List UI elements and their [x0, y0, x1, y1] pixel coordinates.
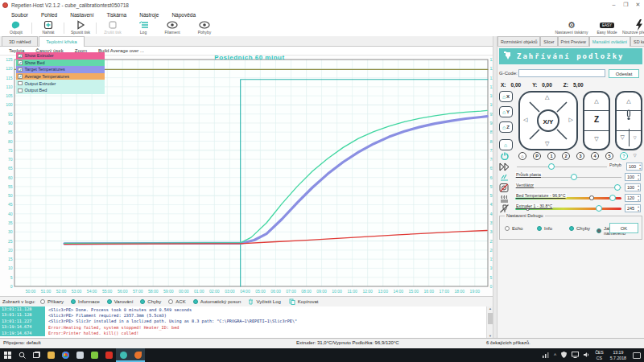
search-button[interactable]	[14, 348, 29, 362]
legend-item[interactable]: ✓Average Temperatures	[16, 73, 105, 80]
close-button[interactable]: ✕	[632, 2, 644, 8]
preset-button-motor[interactable]: ⌂	[518, 152, 526, 160]
toolbar-nahrát-button[interactable]: Nahrát	[34, 20, 63, 36]
notification-center-icon[interactable]	[633, 352, 641, 359]
home-y-button[interactable]: ⌂Y	[499, 106, 513, 117]
clear-log-button[interactable]: Vyčistit Log	[248, 298, 280, 305]
retract-icon[interactable]: △	[617, 93, 641, 109]
log-filter-příkazy[interactable]: Příkazy	[40, 299, 64, 304]
slider-label[interactable]: Bed Temperature - 96,9°C	[515, 193, 567, 198]
taskbar-item-calculator[interactable]	[72, 348, 87, 362]
slider-track[interactable]	[515, 187, 621, 188]
send-gcode-button[interactable]: Odeslat	[609, 69, 639, 78]
tab-slicer[interactable]: Slicer	[540, 36, 557, 46]
debug-ok-button[interactable]: OK	[609, 223, 638, 233]
menu-nastavení[interactable]: Nastavení	[64, 12, 100, 18]
taskbar-item-pdf[interactable]	[101, 348, 116, 362]
preset-button-5[interactable]: 5	[605, 152, 613, 160]
z-down-icon[interactable]: ▽	[584, 130, 609, 148]
slider-value[interactable]: 120▴▾	[625, 194, 641, 202]
clock[interactable]: 13:195.7.2018	[610, 350, 626, 360]
jog-y-minus-icon[interactable]: ▽	[545, 141, 549, 147]
preset-button-1[interactable]: 1	[547, 152, 555, 160]
tab-3d-náhled[interactable]: 3D náhled	[2, 36, 38, 46]
log-filter-automatický-posun[interactable]: Automatický posun	[193, 299, 242, 304]
legend-checkbox[interactable]: ✓	[18, 60, 23, 65]
legend-checkbox[interactable]: ✓	[18, 74, 23, 79]
legend-item[interactable]: ✓Target Temperatures	[16, 66, 105, 73]
taskbar-item-explorer[interactable]	[43, 348, 58, 362]
legend-checkbox[interactable]: ✓	[18, 54, 23, 59]
legend-item[interactable]: ✓Show Extruder	[16, 52, 105, 60]
slider-label[interactable]: Ventilátor	[515, 183, 535, 187]
toolbar-log-button[interactable]: Log	[129, 20, 158, 36]
tab-print-preview[interactable]: Print Preview	[558, 36, 589, 46]
log-scrollbar[interactable]: ▲ ▼	[486, 306, 493, 338]
legend-checkbox[interactable]	[18, 81, 23, 86]
slider-value[interactable]: 100▴▾	[625, 183, 641, 191]
legend-checkbox[interactable]: ✓	[18, 68, 23, 72]
slider-value[interactable]: 245▴▾	[625, 204, 641, 212]
taskbar-item-chrome[interactable]	[58, 348, 72, 362]
menu-nápověda[interactable]: Nápověda	[165, 12, 202, 18]
z-up-icon[interactable]: △	[584, 93, 609, 109]
menu-pohled[interactable]: Pohled	[35, 12, 64, 18]
log-filter-ack[interactable]: ACK	[168, 299, 185, 304]
toolbar-gear-button[interactable]: ⚙Nastavení tiskárny	[554, 20, 589, 36]
home-z-button[interactable]: ⌂Z	[499, 121, 513, 133]
task-view-button[interactable]	[29, 348, 43, 362]
speaker-icon[interactable]	[584, 352, 590, 359]
preset-button-3[interactable]: 3	[576, 152, 584, 160]
toolbar-odpojit-button[interactable]: Odpojit	[2, 20, 31, 36]
legend-item[interactable]: Output Extruder	[16, 80, 105, 87]
extrude-icon[interactable]: ▽	[617, 129, 630, 146]
extrude-fast-icon[interactable]: ▽▽	[630, 129, 642, 146]
start-button[interactable]	[0, 348, 14, 362]
legend-item[interactable]: Output Bed	[16, 87, 105, 94]
menu-soubor[interactable]: Soubor	[5, 12, 35, 18]
slider-handle[interactable]	[614, 184, 621, 191]
toolbar-lightning-button[interactable]: Nouzové přerušení	[621, 20, 644, 36]
slider-handle[interactable]	[571, 174, 577, 180]
menu-nástroje[interactable]: Nástroje	[133, 12, 165, 18]
slider-track[interactable]	[515, 177, 621, 178]
speed-slider-handle[interactable]	[548, 163, 555, 170]
legend-item[interactable]: ✓Show Bed	[16, 60, 105, 67]
gcode-input[interactable]	[518, 69, 605, 77]
tab-rozmístění-objektů[interactable]: Rozmístění objektů	[497, 36, 540, 46]
language-indicator[interactable]: ČESCS	[595, 350, 604, 360]
preset-button-help[interactable]: ?	[620, 152, 628, 160]
tab-manuální-ovládání[interactable]: Manuální ovládání	[589, 36, 630, 47]
spinner-arrows-icon[interactable]: ▴▾	[638, 195, 639, 202]
debug-chyby[interactable]: Chyby	[569, 226, 590, 231]
z-jog-pad[interactable]: △ Z ▽	[583, 91, 610, 150]
xy-jog-pad[interactable]: △ ▽ ◁ ▷ X/Y	[518, 91, 578, 150]
taskbar-item-repetier[interactable]	[116, 348, 130, 362]
spinner-arrows-icon[interactable]: ▴▾	[638, 184, 639, 191]
slider-label[interactable]: Extruder 1 - 30,8°C	[515, 204, 553, 208]
maximize-button[interactable]: ❐	[620, 2, 632, 8]
home-x-button[interactable]: ⌂X	[499, 91, 513, 102]
home-all-button[interactable]: ⌂	[499, 139, 513, 150]
tab-sd-karta[interactable]: SD karta	[630, 36, 644, 46]
shield-icon[interactable]	[561, 352, 567, 359]
power-button[interactable]	[501, 152, 509, 160]
slider-label[interactable]: Průtok plasta	[515, 172, 542, 177]
log-filter-varování[interactable]: Varování	[107, 299, 134, 304]
network-icon[interactable]	[543, 352, 549, 359]
debug-info[interactable]: Info	[537, 226, 552, 231]
toolbar-pohyby-button[interactable]: Pohyby	[190, 20, 219, 36]
legend-checkbox[interactable]	[18, 88, 23, 93]
log-filter-chyby[interactable]: Chyby	[140, 299, 161, 304]
minimize-button[interactable]: –	[608, 2, 620, 8]
preset-button-4[interactable]: 4	[591, 152, 599, 160]
display-icon[interactable]	[572, 352, 579, 359]
spinner-arrows-icon[interactable]: ▴▾	[638, 205, 639, 212]
slider-handle[interactable]	[609, 195, 616, 201]
jog-x-plus-icon[interactable]: ▷	[569, 117, 573, 123]
taskbar-item-app[interactable]	[130, 348, 145, 362]
speed-slider[interactable]	[517, 167, 607, 167]
toolbar-spustit-tisk-button[interactable]: Spustit tisk	[66, 20, 95, 36]
toolbar-easy-badge-button[interactable]: EASYEasy Mode	[589, 20, 625, 36]
speed-value[interactable]: 100▴▾	[626, 162, 642, 171]
